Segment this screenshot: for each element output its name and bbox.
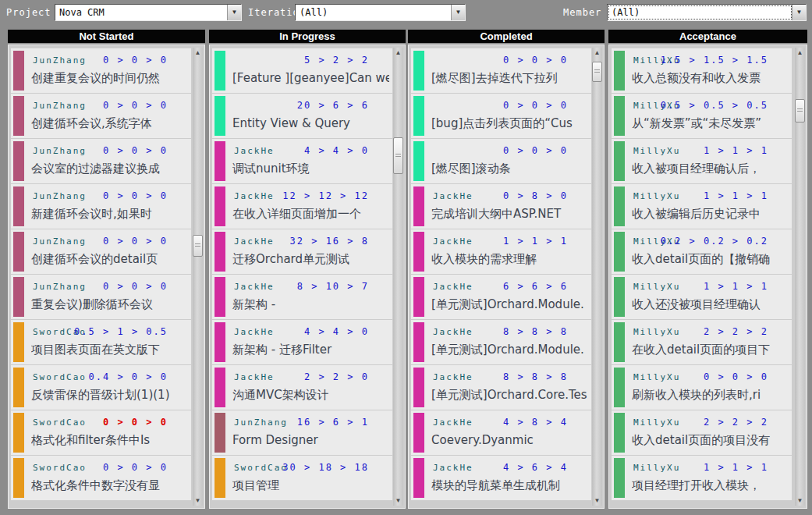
chevron-down-icon[interactable]: ▼ — [227, 5, 241, 20]
card-status-stripe — [614, 413, 625, 453]
task-card[interactable]: SwordCao0 > 0 > 0格式化和filter条件中Is — [11, 410, 191, 455]
task-card[interactable]: JunZhang0 > 0 > 0新建循环会议时,如果时 — [11, 184, 191, 229]
chevron-down-icon[interactable]: ▼ — [792, 5, 806, 20]
scroll-up-icon[interactable]: ▲ — [795, 48, 805, 58]
member-combobox[interactable]: (All) ▼ — [607, 4, 807, 21]
member-label: Member — [563, 7, 601, 18]
task-card[interactable]: JackHe4 > 4 > 0调试nunit环境 — [212, 139, 392, 183]
scroll-up-icon[interactable]: ▲ — [193, 48, 203, 58]
card-author: MillyXu — [633, 282, 680, 292]
scroll-down-icon[interactable]: ▼ — [393, 495, 403, 506]
card-status-stripe — [13, 51, 24, 91]
scrollbar-thumb[interactable] — [592, 62, 602, 82]
task-card[interactable]: JackHe4 > 4 > 0新架构 - 迁移Filter — [212, 320, 392, 364]
task-card[interactable]: JackHe8 > 8 > 8[单元测试]Orchard.Module. — [411, 320, 591, 364]
task-card[interactable]: SwordCao30 > 18 > 18项目管理 — [212, 456, 392, 500]
task-card[interactable]: 5 > 2 > 2[Feature ][geanyee]Can we — [212, 48, 392, 93]
task-card[interactable]: JunZhang0 > 0 > 0创建循环会议的detail页 — [11, 229, 191, 274]
card-author: JunZhang — [234, 417, 288, 428]
task-card[interactable]: 0 > 0 > 0[bug]点击列表页面的“Cus — [411, 94, 591, 138]
card-author: JackHe — [433, 417, 473, 428]
task-card[interactable]: JackHe8 > 10 > 7新架构 - — [212, 275, 392, 319]
card-title: Coevery.Dyanmic — [431, 433, 588, 447]
scrollbar-thumb[interactable] — [393, 137, 403, 174]
card-estimate-values: 1 > 1 > 1 — [704, 190, 768, 201]
card-author: MillyXu — [633, 191, 680, 201]
card-author: JackHe — [234, 282, 275, 292]
card-list: 5 > 2 > 2[Feature ][geanyee]Can we20 > 6… — [212, 48, 392, 501]
task-card[interactable]: MillyXu1 > 1 > 1项目经理打开收入模块， — [612, 456, 792, 500]
card-title: Entity View & Query — [232, 116, 389, 130]
card-title: 沟通MVC架构设计 — [232, 388, 389, 403]
card-status-stripe — [614, 141, 625, 181]
card-status-stripe — [614, 51, 625, 91]
card-estimate-values: 0 > 0 > 0 — [103, 55, 168, 66]
task-card[interactable]: MillyXu2 > 2 > 2收入detail页面的项目没有 — [612, 410, 792, 455]
card-title: 创建重复会议的时间仍然 — [31, 71, 188, 86]
task-card[interactable]: SwordCao0.4 > 0 > 0反馈雷保的晋级计划(1)(1) — [11, 365, 191, 410]
vertical-scrollbar[interactable]: ▲▼ — [393, 48, 403, 506]
task-card[interactable]: MillyXu0.2 > 0.2 > 0.2收入detail页面的【撤销确 — [612, 229, 792, 274]
card-author: JunZhang — [33, 55, 87, 66]
vertical-scrollbar[interactable]: ▲▼ — [795, 48, 805, 506]
task-card[interactable]: JackHe1 > 1 > 1收入模块的需求理解 — [411, 229, 591, 274]
task-card[interactable]: SwordCao0.5 > 1 > 0.5项目图表页面在英文版下 — [11, 320, 191, 364]
task-card[interactable]: JackHe4 > 8 > 4Coevery.Dyanmic — [411, 410, 591, 455]
project-value: Nova CRM — [59, 7, 105, 18]
task-card[interactable]: SwordCao0 > 0 > 0格式化条件中数字没有显 — [11, 456, 191, 500]
card-estimate-values: 4 > 4 > 0 — [304, 326, 369, 337]
column-not-started: Not StartedJunZhang0 > 0 > 0创建重复会议的时间仍然J… — [8, 30, 205, 509]
task-card[interactable]: JunZhang16 > 6 > 1Form Designer — [212, 410, 392, 455]
scrollbar-thumb[interactable] — [795, 99, 805, 123]
task-card[interactable]: MillyXu2 > 2 > 2在收入detail页面的项目下 — [612, 320, 792, 364]
task-card[interactable]: MillyXu1 > 1 > 1收入被项目经理确认后， — [612, 139, 792, 183]
task-card[interactable]: 20 > 6 > 6Entity View & Query — [212, 94, 392, 138]
card-estimate-values: 8 > 10 > 7 — [297, 281, 369, 292]
card-author: JackHe — [234, 191, 275, 201]
task-card[interactable]: MillyXu1.5 > 1.5 > 1.5收入总额没有和收入发票 — [612, 48, 792, 93]
task-card[interactable]: JackHe8 > 8 > 8[单元测试]Orchard.Core.Tes — [411, 365, 591, 410]
card-estimate-values: 0.2 > 0.2 > 0.2 — [661, 236, 768, 247]
card-status-stripe — [413, 277, 424, 317]
card-status-stripe — [13, 368, 24, 407]
card-title: 收入被项目经理确认后， — [632, 162, 789, 176]
task-card[interactable]: JackHe0 > 8 > 0完成培训大纲中ASP.NET — [411, 184, 591, 229]
task-card[interactable]: JunZhang0 > 0 > 0创建循环会议,系统字体 — [11, 94, 191, 138]
task-card[interactable]: JackHe6 > 6 > 6[单元测试]Orchard.Module. — [411, 275, 591, 319]
task-card[interactable]: JunZhang0 > 0 > 0创建重复会议的时间仍然 — [11, 48, 191, 93]
card-estimate-values: 8 > 8 > 8 — [503, 326, 568, 337]
project-combobox[interactable]: Nova CRM ▼ — [55, 4, 242, 21]
task-card[interactable]: 0 > 0 > 0[燃尽图]去掉迭代下拉列 — [411, 48, 591, 93]
scroll-up-icon[interactable]: ▲ — [393, 48, 403, 58]
task-card[interactable]: JackHe12 > 12 > 12在收入详细页面增加一个 — [212, 184, 392, 229]
card-author: JunZhang — [33, 101, 87, 111]
task-card[interactable]: 0 > 0 > 0[燃尽图]滚动条 — [411, 139, 591, 183]
card-estimate-values: 0 > 0 > 0 — [103, 236, 168, 247]
task-card[interactable]: JackHe32 > 16 > 8迁移Orchard单元测试 — [212, 229, 392, 274]
card-title: 创建循环会议,系统字体 — [31, 116, 188, 131]
scroll-down-icon[interactable]: ▼ — [795, 495, 805, 506]
card-title: [单元测试]Orchard.Module. — [431, 297, 588, 312]
scroll-up-icon[interactable]: ▲ — [592, 48, 602, 58]
card-list: MillyXu1.5 > 1.5 > 1.5收入总额没有和收入发票MillyXu… — [612, 48, 792, 501]
scroll-down-icon[interactable]: ▼ — [592, 495, 602, 506]
chevron-down-icon[interactable]: ▼ — [451, 5, 465, 20]
card-status-stripe — [13, 96, 24, 136]
card-estimate-values: 1 > 1 > 1 — [503, 236, 568, 247]
task-card[interactable]: MillyXu0 > 0 > 0刷新收入模块的列表时,ri — [612, 365, 792, 410]
card-author: JunZhang — [33, 146, 87, 156]
scrollbar-thumb[interactable] — [193, 235, 203, 257]
task-card[interactable]: JunZhang0 > 0 > 0会议室的过滤器建议换成 — [11, 139, 191, 183]
task-card[interactable]: JackHe2 > 2 > 0沟通MVC架构设计 — [212, 365, 392, 410]
task-card[interactable]: JackHe4 > 6 > 4模块的导航菜单生成机制 — [411, 456, 591, 500]
vertical-scrollbar[interactable]: ▲▼ — [193, 48, 203, 506]
iteration-combobox[interactable]: (All) ▼ — [295, 4, 466, 21]
task-card[interactable]: MillyXu0.5 > 0.5 > 0.5从“新发票”或“未尽发票” — [612, 94, 792, 138]
scroll-down-icon[interactable]: ▼ — [193, 495, 203, 506]
vertical-scrollbar[interactable]: ▲▼ — [592, 48, 602, 506]
task-card[interactable]: MillyXu1 > 1 > 1收入被编辑后历史记录中 — [612, 184, 792, 229]
card-estimate-values: 0 > 0 > 0 — [103, 100, 168, 111]
task-card[interactable]: MillyXu1 > 1 > 1收入还没被项目经理确认 — [612, 275, 792, 319]
task-card[interactable]: JunZhang0 > 0 > 0重复会议)删除循环会议 — [11, 275, 191, 319]
card-status-stripe — [614, 277, 625, 317]
